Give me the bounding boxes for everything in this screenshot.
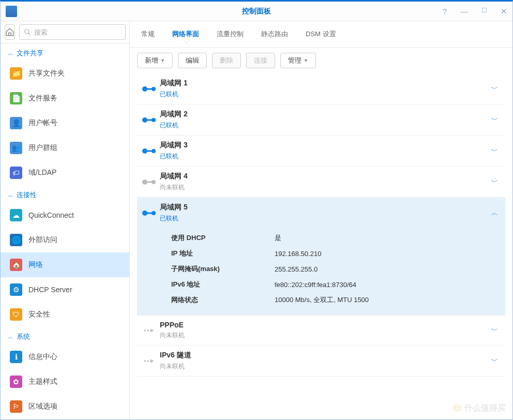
sidebar-item-icon: 🛡 (10, 308, 22, 321)
chevron-down-icon: ﹀ (486, 115, 503, 125)
detail-row: IP 地址192.168.50.210 (171, 246, 369, 261)
chevron-up-icon: ︿ (486, 208, 503, 218)
close-button[interactable]: ✕ (499, 7, 508, 16)
tab[interactable]: DSM 设置 (304, 27, 338, 44)
interface-info: 局域网 4 尚未联机 (160, 172, 486, 192)
svg-point-13 (152, 180, 156, 184)
sidebar-item-label: 外部访问 (28, 235, 57, 245)
interface-header[interactable]: 局域网 1 已联机 ﹀ (137, 73, 505, 104)
interface-name: 局域网 5 (160, 203, 486, 212)
sidebar-item-icon: ✿ (10, 376, 22, 388)
sidebar-item-icon: 📄 (10, 92, 22, 104)
sidebar-item-label: 网络 (28, 260, 43, 269)
sidebar-item[interactable]: 🌐外部访问 (1, 228, 129, 252)
sidebar-item[interactable]: 📄文件服务 (1, 86, 129, 111)
detail-row: 网络状态10000 Mb/s, 全双工, MTU 1500 (171, 292, 369, 308)
sidebar-item-label: 安全性 (28, 310, 50, 319)
sidebar-item[interactable]: 👥用户群组 (1, 136, 129, 160)
sidebar-group-header[interactable]: ︿连接性 (1, 185, 129, 203)
interface-status: 尚未联机 (160, 331, 486, 340)
sidebar-item-label: 域/LDAP (28, 168, 56, 177)
chevron-down-icon: ﹀ (486, 177, 503, 187)
sidebar-item-icon: ℹ (10, 351, 22, 363)
network-icon (139, 178, 160, 186)
detail-key: IPv6 地址 (171, 277, 275, 292)
svg-rect-6 (146, 119, 152, 121)
svg-point-10 (152, 149, 156, 153)
maximize-button[interactable]: ☐ (479, 7, 489, 16)
svg-point-19 (144, 360, 146, 362)
edit-button[interactable]: 编辑 (178, 53, 207, 68)
sidebar-item[interactable]: 📁共享文件夹 (1, 61, 129, 86)
add-button[interactable]: 新增▼ (137, 53, 173, 68)
interface-info: 局域网 2 已联机 (160, 110, 486, 130)
interface-item: 局域网 4 尚未联机 ﹀ (137, 167, 505, 198)
titlebar: 控制面板 ? — ☐ ✕ (1, 2, 512, 21)
sidebar-item[interactable]: ℹ信息中心 (1, 344, 129, 369)
svg-rect-9 (146, 150, 152, 152)
svg-rect-3 (146, 88, 152, 89)
detail-row: 子网掩码(mask)255.255.255.0 (171, 261, 369, 277)
search-input[interactable] (34, 28, 121, 36)
interface-header[interactable]: 局域网 4 尚未联机 ﹀ (137, 167, 505, 197)
interface-status: 已联机 (160, 152, 486, 161)
sidebar-item[interactable]: ☁QuickConnect (1, 203, 129, 228)
sidebar-item[interactable]: 🛡安全性 (1, 302, 129, 327)
interface-info: PPPoE 尚未联机 (160, 321, 486, 340)
manage-button[interactable]: 管理▼ (280, 53, 316, 68)
interface-item: 局域网 2 已联机 ﹀ (137, 104, 505, 136)
network-icon (139, 147, 160, 155)
tab[interactable]: 静态路由 (259, 27, 290, 44)
interface-header[interactable]: 局域网 3 已联机 ﹀ (137, 136, 505, 166)
sidebar-group-header[interactable]: ︿文件共享 (1, 43, 129, 61)
help-button[interactable]: ? (440, 7, 449, 16)
interface-item: 局域网 1 已联机 ﹀ (137, 73, 505, 104)
sidebar-item-label: 区域选项 (28, 402, 57, 411)
chevron-down-icon: ﹀ (486, 84, 503, 94)
detail-value: 10000 Mb/s, 全双工, MTU 1500 (275, 292, 369, 308)
sidebar-item-icon: 👥 (10, 142, 22, 154)
svg-rect-15 (146, 212, 152, 214)
sidebar-item[interactable]: 🏷域/LDAP (1, 160, 129, 185)
sidebar-item[interactable]: 👤用户帐号 (1, 111, 129, 136)
home-button[interactable] (5, 24, 15, 40)
sidebar-item[interactable]: ✿主题样式 (1, 369, 129, 394)
detail-key: IP 地址 (171, 246, 275, 261)
interface-header[interactable]: 局域网 5 已联机 ︿ (137, 198, 505, 228)
sidebar-item-label: 用户群组 (28, 143, 57, 153)
interface-header[interactable]: PPPoE 尚未联机 ﹀ (137, 316, 505, 345)
sidebar-item[interactable]: 🏳区域选项 (1, 394, 129, 419)
sidebar-item-icon: ☁ (10, 209, 22, 221)
network-icon (139, 327, 160, 334)
chevron-down-icon: ﹀ (486, 146, 503, 156)
interface-name: PPPoE (160, 321, 486, 329)
sidebar-group-label: 连接性 (17, 190, 37, 200)
tab[interactable]: 常规 (139, 27, 157, 44)
svg-rect-12 (146, 181, 152, 183)
caret-icon: ▼ (160, 58, 165, 63)
app-icon (6, 6, 17, 17)
sidebar-group-header[interactable]: ︿系统 (1, 327, 129, 344)
interface-item: 局域网 3 已联机 ﹀ (137, 136, 505, 167)
home-icon (5, 27, 14, 37)
sidebar-item-label: DHCP Server (28, 286, 72, 294)
svg-point-18 (147, 329, 149, 332)
tab[interactable]: 流量控制 (215, 27, 246, 44)
chevron-down-icon: ﹀ (486, 326, 503, 335)
interface-header[interactable]: IPv6 隧道 尚未联机 ﹀ (137, 346, 505, 376)
interface-item: IPv6 隧道 尚未联机 ﹀ (137, 346, 505, 377)
detail-key: 使用 DHCP (171, 230, 275, 246)
sidebar-item-icon: 🏷 (10, 167, 22, 179)
search-icon (24, 28, 31, 36)
control-panel-window: 控制面板 ? — ☐ ✕ ︿文件共享📁共享文件夹📄文件服务👤用户帐号👥用户群组🏷… (0, 0, 513, 420)
tab[interactable]: 网络界面 (170, 27, 201, 44)
interface-header[interactable]: 局域网 2 已联机 ﹀ (137, 104, 505, 135)
tabs: 常规网络界面流量控制静态路由DSM 设置 (130, 21, 512, 48)
minimize-button[interactable]: — (460, 7, 469, 16)
svg-point-16 (152, 211, 156, 215)
sidebar-item[interactable]: ⚙DHCP Server (1, 277, 129, 302)
detail-value: 是 (275, 230, 369, 246)
search-box[interactable] (19, 24, 126, 40)
sidebar-top (1, 21, 129, 43)
sidebar-item[interactable]: 🏠网络 (1, 252, 129, 277)
